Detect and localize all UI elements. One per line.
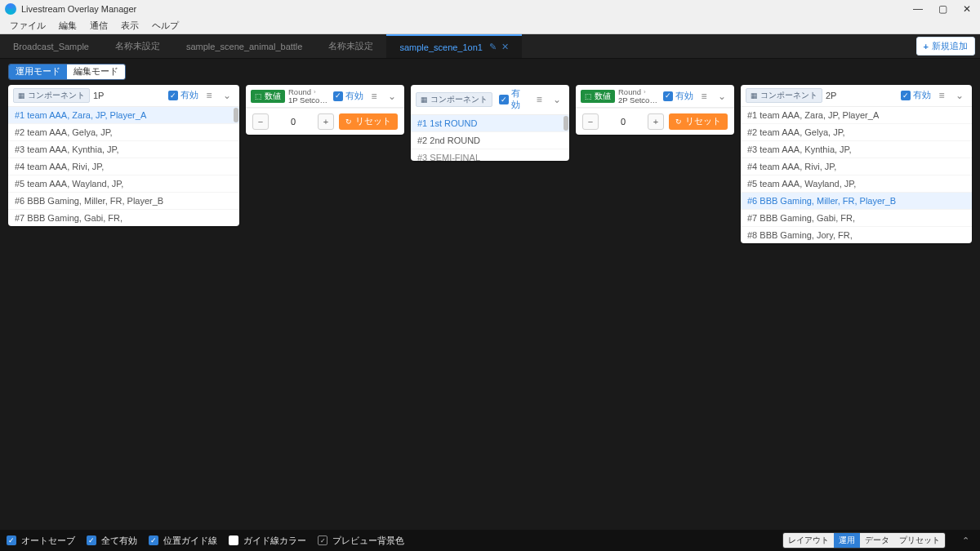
footer-toggle-data[interactable]: データ — [860, 533, 894, 548]
footer-collapse-icon[interactable]: ⌃ — [957, 535, 973, 546]
tab-untitled-2[interactable]: 名称未設定 — [315, 34, 386, 58]
list-item[interactable]: #2 2nd ROUND — [411, 131, 569, 149]
add-tab-label: 新規追加 — [932, 40, 968, 52]
footer-toggle-layout[interactable]: レイアウト — [783, 533, 834, 548]
mode-op-button[interactable]: 運用モード — [9, 64, 67, 79]
checkbox-checked-icon: ✓ — [87, 535, 96, 545]
minimize-button[interactable]: — — [913, 4, 923, 14]
app-logo-icon — [5, 3, 16, 15]
panel-1p-menu-icon[interactable]: ≡ — [202, 90, 216, 101]
titlebar: Livestream Overlay Manager — ▢ ✕ — [0, 0, 980, 18]
tab-untitled-1[interactable]: 名称未設定 — [102, 34, 173, 58]
panel-round-chevron-icon[interactable]: ⌄ — [550, 94, 564, 105]
panel-1p-set-menu-icon[interactable]: ≡ — [367, 91, 381, 102]
setcount-2p-value[interactable]: 0 — [604, 117, 643, 127]
menu-file[interactable]: ファイル — [3, 20, 52, 32]
panel-1p-set-chevron-icon[interactable]: ⌄ — [385, 91, 399, 102]
footer-toggle-op[interactable]: 運用 — [834, 533, 860, 548]
enable-label: 有効 — [180, 90, 198, 101]
list-item[interactable]: #2 team AAA, Gelya, JP, — [741, 123, 972, 140]
footer-guide[interactable]: ✓ 位置ガイド線 — [149, 535, 217, 547]
list-item[interactable]: #6 BBB Gaming, Miller, FR, Player_B — [8, 192, 239, 209]
menu-help[interactable]: ヘルプ — [145, 20, 185, 32]
panel-2p-set-chevron-icon[interactable]: ⌄ — [715, 91, 729, 102]
increment-button[interactable]: + — [648, 113, 664, 130]
panel-area: ▦ コンポーネント 1P ✓ 有効 ≡ ⌄ #1 team AAA, Zara,… — [0, 85, 980, 243]
reset-icon: ↻ — [675, 118, 682, 126]
list-item[interactable]: #7 BBB Gaming, Gabi, FR, — [741, 209, 972, 226]
list-item[interactable]: #3 team AAA, Kynthia, JP, — [8, 140, 239, 158]
add-tab-button[interactable]: + 新規追加 — [916, 37, 975, 56]
list-item[interactable]: #5 team AAA, Wayland, JP, — [741, 175, 972, 192]
panel-1p-enable[interactable]: ✓ 有効 — [168, 90, 198, 101]
panel-round: ▦ コンポーネント Round ✓ 有効 ≡ ⌄ #1 1st ROUND #2… — [411, 85, 569, 161]
checkbox-checked-icon: ✓ — [168, 91, 178, 100]
panel-2p-enable[interactable]: ✓ 有効 — [901, 90, 931, 101]
chevron-right-icon: › — [314, 89, 316, 96]
panel-1p-chevron-icon[interactable]: ⌄ — [220, 90, 234, 101]
menubar: ファイル 編集 通信 表示 ヘルプ — [0, 18, 980, 34]
footer-autosave[interactable]: ✓ オートセーブ — [7, 535, 75, 547]
increment-button[interactable]: + — [318, 113, 334, 130]
panel-2p-label: 2P — [826, 91, 898, 100]
list-item[interactable]: #3 SEMI-FINAL — [411, 149, 569, 161]
list-item[interactable]: #6 BBB Gaming, Miller, FR, Player_B — [741, 192, 972, 209]
list-item[interactable]: #1 team AAA, Zara, JP, Player_A — [741, 107, 972, 123]
number-badge: ⬚ 数値 — [581, 90, 615, 103]
enable-label: 有効 — [345, 91, 363, 102]
decrement-button[interactable]: − — [582, 113, 599, 130]
checkbox-checked-icon: ✓ — [7, 535, 16, 545]
tab-close-icon[interactable]: ✕ — [501, 42, 509, 52]
app-title: Livestream Overlay Manager — [21, 4, 913, 14]
panel-1p-set-enable[interactable]: ✓ 有効 — [333, 91, 363, 102]
menu-view[interactable]: 表示 — [114, 20, 145, 32]
list-item[interactable]: #3 team AAA, Kynthia, JP, — [741, 140, 972, 158]
panel-round-list: #1 1st ROUND #2 2nd ROUND #3 SEMI-FINAL — [411, 115, 569, 161]
number-badge: ⬚ 数値 — [251, 90, 285, 103]
list-item[interactable]: #1 1st ROUND — [411, 115, 569, 131]
tab-edit-icon[interactable]: ✎ — [489, 42, 497, 52]
checkbox-checked-icon: ✓ — [499, 95, 509, 104]
reset-2p-button[interactable]: ↻ リセット — [669, 113, 728, 130]
close-button[interactable]: ✕ — [962, 4, 972, 14]
number-icon: ⬚ — [585, 92, 592, 100]
maximize-button[interactable]: ▢ — [938, 4, 947, 14]
scrollbar[interactable] — [234, 108, 238, 122]
panel-round-menu-icon[interactable]: ≡ — [532, 94, 547, 105]
list-item[interactable]: #4 team AAA, Rivi, JP, — [741, 158, 972, 175]
panel-2p-set-bottom: 2P Setcount Score Display — [618, 96, 660, 104]
list-item[interactable]: #2 team AAA, Gelya, JP, — [8, 123, 239, 140]
list-item[interactable]: #4 team AAA, Rivi, JP, — [8, 158, 239, 175]
footer-guide-label: 位置ガイド線 — [163, 535, 217, 547]
tab-broadcast-sample[interactable]: Broadcast_Sample — [0, 34, 102, 58]
list-item[interactable]: #1 team AAA, Zara, JP, Player_A — [8, 107, 239, 123]
panel-1p-set-bottom: 1P Setcount Score Display — [288, 96, 330, 104]
panel-2p: ▦ コンポーネント 2P ✓ 有効 ≡ ⌄ #1 team AAA, Zara,… — [741, 85, 972, 243]
footer-preview-bg[interactable]: プレビュー背景色 — [318, 535, 404, 547]
list-item[interactable]: #7 BBB Gaming, Gabi, FR, — [8, 209, 239, 226]
panel-round-enable[interactable]: ✓ 有効 — [499, 88, 529, 111]
panel-2p-menu-icon[interactable]: ≡ — [934, 90, 949, 101]
component-badge-label: コンポーネント — [430, 94, 488, 105]
component-badge: ▦ コンポーネント — [416, 92, 492, 107]
menu-edit[interactable]: 編集 — [52, 20, 83, 32]
scrollbar[interactable] — [564, 116, 568, 131]
panel-2p-set-enable[interactable]: ✓ 有効 — [663, 91, 693, 102]
panel-1p-list: #1 team AAA, Zara, JP, Player_A #2 team … — [8, 107, 239, 226]
list-item[interactable]: #5 team AAA, Wayland, JP, — [8, 175, 239, 192]
mode-edit-button[interactable]: 編集モード — [67, 64, 125, 79]
menu-comm[interactable]: 通信 — [83, 20, 114, 32]
panel-2p-chevron-icon[interactable]: ⌄ — [952, 90, 967, 101]
footer-all-enable[interactable]: ✓ 全て有効 — [87, 535, 137, 547]
panel-2p-set-menu-icon[interactable]: ≡ — [697, 91, 711, 102]
tab-1on1[interactable]: sample_scene_1on1 ✎ ✕ — [386, 34, 522, 58]
list-item[interactable]: #8 BBB Gaming, Jory, FR, — [741, 226, 972, 243]
tab-animal-battle[interactable]: sample_scene_animal_battle — [173, 34, 315, 58]
footer-guide-color[interactable]: ガイド線カラー — [229, 535, 306, 547]
decrement-button[interactable]: − — [252, 113, 269, 130]
color-swatch-icon — [229, 535, 238, 545]
reset-1p-button[interactable]: ↻ リセット — [339, 113, 398, 130]
footer-toggle-preset[interactable]: プリセット — [894, 533, 945, 548]
component-badge-label: コンポーネント — [28, 90, 85, 101]
setcount-1p-value[interactable]: 0 — [274, 117, 313, 127]
